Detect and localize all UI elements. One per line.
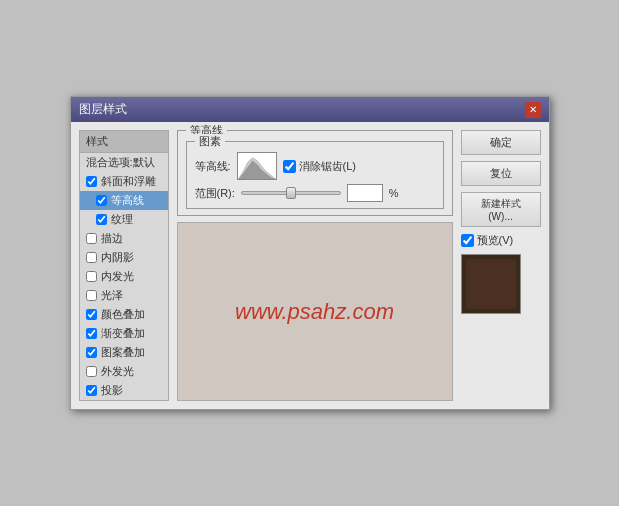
outer-glow-label: 外发光 xyxy=(101,364,134,379)
shadow-checkbox[interactable] xyxy=(86,385,97,396)
preview-checkbox[interactable] xyxy=(461,234,474,247)
sidebar-item-hunhe[interactable]: 混合选项:默认 xyxy=(80,153,168,172)
reset-button[interactable]: 复位 xyxy=(461,161,541,186)
color-overlay-label: 颜色叠加 xyxy=(101,307,145,322)
bevel-checkbox[interactable] xyxy=(86,176,97,187)
outer-glow-checkbox[interactable] xyxy=(86,366,97,377)
satin-checkbox[interactable] xyxy=(86,290,97,301)
sidebar-item-inner-shadow[interactable]: 内阴影 xyxy=(80,248,168,267)
gradient-overlay-checkbox[interactable] xyxy=(86,328,97,339)
inner-glow-label: 内发光 xyxy=(101,269,134,284)
stroke-label: 描边 xyxy=(101,231,123,246)
contour-group-box: 等高线 图素 等高线: xyxy=(177,130,453,216)
contour-row: 等高线: 消除锯齿(L) xyxy=(195,152,435,180)
texture-label: 纹理 xyxy=(111,212,133,227)
pixel-group: 图素 等高线: xyxy=(186,141,444,209)
new-style-button[interactable]: 新建样式(W)... xyxy=(461,192,541,227)
pattern-overlay-checkbox[interactable] xyxy=(86,347,97,358)
sidebar-item-satin[interactable]: 光泽 xyxy=(80,286,168,305)
range-unit: % xyxy=(389,187,399,199)
layer-style-dialog: 图层样式 ✕ 样式 混合选项:默认 斜面和浮雕 等高线 纹理 xyxy=(70,96,550,410)
preview-label: 预览(V) xyxy=(477,233,514,248)
contour-preview[interactable] xyxy=(237,152,277,180)
dialog-body: 样式 混合选项:默认 斜面和浮雕 等高线 纹理 描 xyxy=(71,122,549,409)
sidebar-item-outer-glow[interactable]: 外发光 xyxy=(80,362,168,381)
antialiased-row: 消除锯齿(L) xyxy=(283,159,356,174)
shadow-label: 投影 xyxy=(101,383,123,398)
hunhe-label: 混合选项:默认 xyxy=(86,155,155,170)
main-content: 等高线 图素 等高线: xyxy=(177,130,453,401)
satin-label: 光泽 xyxy=(101,288,123,303)
ok-button[interactable]: 确定 xyxy=(461,130,541,155)
sidebar-item-gradient-overlay[interactable]: 渐变叠加 xyxy=(80,324,168,343)
contour-label: 等高线 xyxy=(111,193,144,208)
stroke-checkbox[interactable] xyxy=(86,233,97,244)
range-row: 范围(R): 50 % xyxy=(195,184,435,202)
pixel-group-title: 图素 xyxy=(195,134,225,149)
right-panel: 确定 复位 新建样式(W)... 预览(V) xyxy=(461,130,541,401)
contour-field-label: 等高线: xyxy=(195,159,231,174)
watermark-area: www.psahz.com xyxy=(177,222,453,401)
bevel-label: 斜面和浮雕 xyxy=(101,174,156,189)
sidebar-item-stroke[interactable]: 描边 xyxy=(80,229,168,248)
sidebar: 样式 混合选项:默认 斜面和浮雕 等高线 纹理 描 xyxy=(79,130,169,401)
gradient-overlay-label: 渐变叠加 xyxy=(101,326,145,341)
preview-checkbox-row: 预览(V) xyxy=(461,233,541,248)
dialog-title: 图层样式 xyxy=(79,101,127,118)
range-label: 范围(R): xyxy=(195,186,235,201)
sidebar-header: 样式 xyxy=(80,131,168,153)
range-slider-thumb[interactable] xyxy=(286,187,296,199)
range-slider[interactable] xyxy=(241,191,341,195)
antialiased-checkbox[interactable] xyxy=(283,160,296,173)
sidebar-item-bevel[interactable]: 斜面和浮雕 xyxy=(80,172,168,191)
texture-checkbox[interactable] xyxy=(96,214,107,225)
contour-checkbox[interactable] xyxy=(96,195,107,206)
sidebar-item-contour[interactable]: 等高线 xyxy=(80,191,168,210)
range-value-input[interactable]: 50 xyxy=(347,184,383,202)
color-overlay-checkbox[interactable] xyxy=(86,309,97,320)
sidebar-item-shadow[interactable]: 投影 xyxy=(80,381,168,400)
sidebar-item-inner-glow[interactable]: 内发光 xyxy=(80,267,168,286)
inner-glow-checkbox[interactable] xyxy=(86,271,97,282)
title-bar: 图层样式 ✕ xyxy=(71,97,549,122)
inner-shadow-checkbox[interactable] xyxy=(86,252,97,263)
sidebar-item-texture[interactable]: 纹理 xyxy=(80,210,168,229)
watermark-text: www.psahz.com xyxy=(235,299,394,325)
inner-shadow-label: 内阴影 xyxy=(101,250,134,265)
sidebar-item-color-overlay[interactable]: 颜色叠加 xyxy=(80,305,168,324)
preview-thumbnail xyxy=(461,254,521,314)
close-button[interactable]: ✕ xyxy=(525,102,541,118)
antialiased-label: 消除锯齿(L) xyxy=(299,159,356,174)
pattern-overlay-label: 图案叠加 xyxy=(101,345,145,360)
preview-thumbnail-inner xyxy=(466,259,516,309)
sidebar-item-pattern-overlay[interactable]: 图案叠加 xyxy=(80,343,168,362)
